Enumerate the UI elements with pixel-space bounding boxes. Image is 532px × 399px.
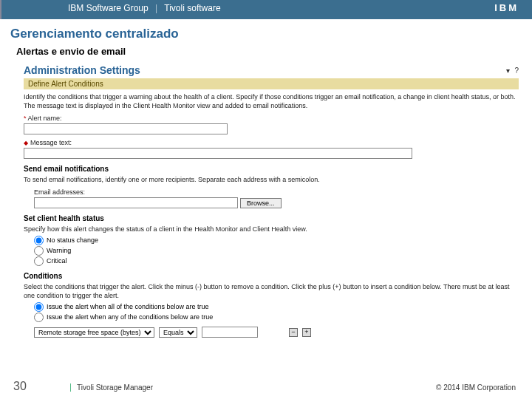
- admin-header-bar: Administration Settings ▾ ?: [24, 63, 519, 78]
- topbar-divider: |: [155, 3, 157, 13]
- cond-rule-all[interactable]: Issue the alert when all of the conditio…: [34, 302, 519, 312]
- header-icons: ▾ ?: [503, 66, 519, 75]
- radio-warning-label: Warning: [47, 247, 71, 254]
- email-row: Browse...: [34, 197, 519, 208]
- condition-operator-select[interactable]: Equals: [159, 327, 197, 338]
- health-option-warning[interactable]: Warning: [34, 246, 519, 256]
- condition-add-button[interactable]: +: [302, 328, 311, 337]
- radio-critical[interactable]: [34, 256, 44, 266]
- page-number: 30: [13, 380, 27, 393]
- radio-cond-any[interactable]: [34, 313, 44, 322]
- alert-name-input[interactable]: [24, 123, 228, 134]
- health-desc: Specify how this alert changes the statu…: [24, 225, 519, 233]
- condition-row: Remote storage free space (bytes) Equals…: [34, 327, 519, 338]
- define-alert-bar: Define Alert Conditions: [24, 78, 519, 89]
- health-section: Set client health status: [24, 214, 519, 222]
- cond-rule-any[interactable]: Issue the alert when any of the conditio…: [34, 313, 519, 322]
- browse-button[interactable]: Browse...: [240, 198, 282, 208]
- condition-value-input[interactable]: [202, 327, 258, 338]
- conditions-section: Conditions: [24, 272, 519, 280]
- slide-title: Gerenciamento centralizado: [10, 27, 532, 41]
- ibm-logo-icon: IBM: [494, 2, 519, 13]
- top-bar: IBM Software Group | Tivoli software IBM: [0, 0, 532, 19]
- message-text-input[interactable]: [24, 148, 412, 159]
- email-addresses-input[interactable]: [34, 197, 238, 208]
- help-icon[interactable]: ?: [514, 66, 519, 75]
- radio-critical-label: Critical: [47, 257, 67, 265]
- footer-product: Tivoli Storage Manager: [70, 383, 153, 392]
- collapse-icon[interactable]: ▾: [506, 66, 510, 75]
- intro-text: Identify the conditions that trigger a w…: [24, 92, 519, 110]
- footer-copyright: © 2014 IBM Corporation: [436, 383, 516, 392]
- email-label: Email addresses:: [34, 188, 519, 196]
- condition-remove-button[interactable]: −: [289, 328, 298, 337]
- admin-header: Administration Settings: [24, 63, 140, 78]
- topbar-left1: IBM Software Group: [68, 3, 149, 13]
- slide-subtitle: Alertas e envio de email: [16, 46, 532, 57]
- message-label: ◆Message text:: [24, 139, 519, 146]
- admin-settings-panel: Administration Settings ▾ ? Define Alert…: [24, 63, 519, 338]
- radio-cond-all[interactable]: [34, 302, 44, 312]
- condition-field-select[interactable]: Remote storage free space (bytes): [34, 327, 154, 338]
- send-email-desc: To send email notifications, identify on…: [24, 175, 519, 184]
- radio-cond-any-label: Issue the alert when any of the conditio…: [47, 313, 213, 321]
- send-email-section: Send email notifications: [24, 165, 519, 173]
- radio-nochange[interactable]: [34, 236, 44, 245]
- health-option-critical[interactable]: Critical: [34, 256, 519, 266]
- health-option-nochange[interactable]: No status change: [34, 236, 519, 245]
- radio-warning[interactable]: [34, 246, 44, 256]
- radio-nochange-label: No status change: [47, 236, 98, 244]
- alert-name-label: * Alert name:: [24, 115, 519, 122]
- radio-cond-all-label: Issue the alert when all of the conditio…: [47, 303, 209, 310]
- topbar-left2: Tivoli software: [164, 3, 220, 13]
- conditions-desc: Select the conditions that trigger the a…: [24, 282, 519, 300]
